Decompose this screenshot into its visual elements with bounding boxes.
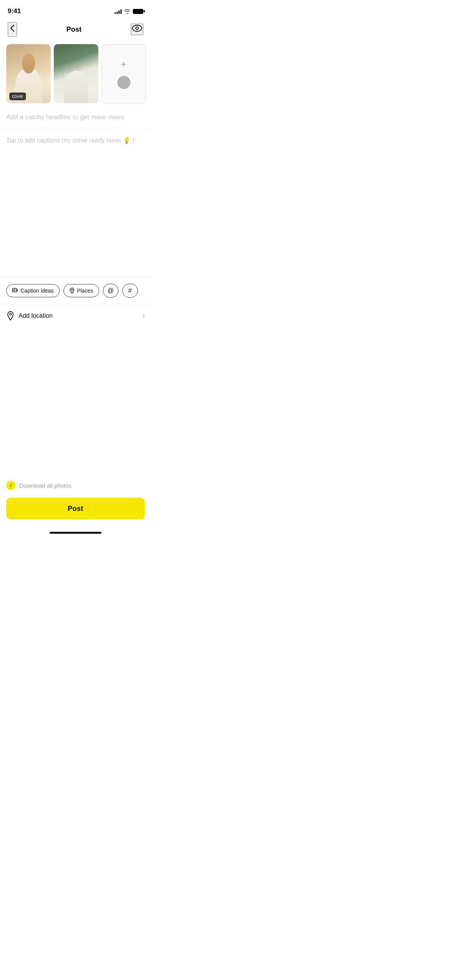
location-label: Add location <box>19 312 53 319</box>
thumbnail-1[interactable]: cover <box>6 44 51 103</box>
svg-point-3 <box>71 289 73 291</box>
divider-1 <box>0 128 151 128</box>
status-bar: 9:41 <box>0 0 151 19</box>
places-button[interactable]: Places <box>63 284 99 297</box>
location-chevron-icon: › <box>142 312 145 320</box>
caption-area[interactable]: Tap to add captions (try some ready idea… <box>0 130 151 207</box>
spacer-2 <box>0 327 151 475</box>
location-left: Add location <box>6 311 53 320</box>
thumb-image-2 <box>54 44 98 103</box>
home-indicator <box>0 529 151 540</box>
spacer <box>0 207 151 277</box>
add-location-row[interactable]: Add location › <box>0 304 151 327</box>
svg-rect-2 <box>12 288 17 292</box>
svg-point-4 <box>10 314 12 315</box>
home-bar <box>50 532 101 534</box>
back-button[interactable] <box>8 22 17 37</box>
places-label: Places <box>77 288 93 294</box>
caption-ideas-button[interactable]: Caption ideas <box>6 284 60 297</box>
headline-placeholder: Add a catchy headline to get more views <box>6 113 124 121</box>
status-icons <box>115 9 143 14</box>
cover-badge: cover <box>9 93 26 100</box>
download-check-icon: ✓ <box>6 481 15 490</box>
action-buttons-row: Caption ideas Places @ # <box>0 277 151 304</box>
wifi-icon <box>124 9 130 14</box>
thumbnails-row: cover + <box>0 39 151 108</box>
svg-point-0 <box>132 25 142 31</box>
svg-point-1 <box>136 27 138 30</box>
hashtag-button[interactable]: # <box>122 284 138 298</box>
battery-icon <box>133 9 143 14</box>
download-label: Download all photos <box>19 482 72 489</box>
page-title: Post <box>66 26 81 34</box>
add-photo-button[interactable]: + <box>101 44 146 103</box>
add-plus-icon: + <box>120 59 127 70</box>
thumbnail-2[interactable] <box>54 44 98 103</box>
preview-button[interactable] <box>131 24 143 35</box>
signal-icon <box>115 9 122 14</box>
hashtag-icon: # <box>128 287 132 294</box>
add-dot-indicator <box>117 76 130 89</box>
caption-ideas-label: Caption ideas <box>21 288 54 294</box>
post-button[interactable]: Post <box>6 498 145 519</box>
post-button-area: Post <box>0 498 151 529</box>
location-pin-icon <box>6 311 15 320</box>
places-icon <box>69 288 75 294</box>
mention-icon: @ <box>108 287 114 294</box>
status-time: 9:41 <box>8 7 21 15</box>
caption-ideas-icon <box>12 288 18 294</box>
mention-button[interactable]: @ <box>103 284 118 298</box>
headline-area[interactable]: Add a catchy headline to get more views <box>0 108 151 127</box>
nav-bar: Post <box>0 19 151 39</box>
download-row[interactable]: ✓ Download all photos <box>0 475 151 498</box>
caption-placeholder: Tap to add captions (try some ready idea… <box>6 137 134 144</box>
